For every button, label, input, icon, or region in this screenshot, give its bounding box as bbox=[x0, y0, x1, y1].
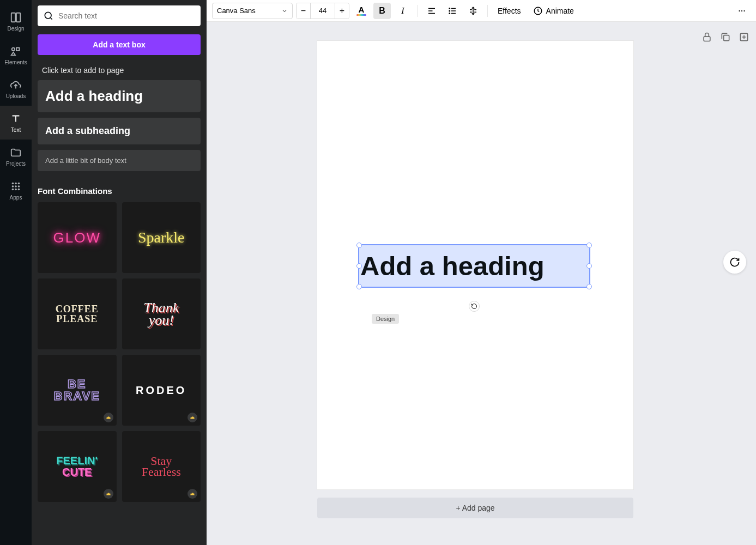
text-element-content[interactable]: Add a heading bbox=[359, 253, 546, 280]
resize-handle-bl[interactable] bbox=[356, 284, 362, 289]
svg-point-6 bbox=[18, 182, 20, 184]
combo-feelin[interactable]: FEELIN'CUTE bbox=[38, 431, 117, 502]
svg-rect-0 bbox=[11, 13, 15, 22]
elements-icon bbox=[10, 45, 22, 57]
combo-feelin-text: FEELIN'CUTE bbox=[56, 455, 98, 478]
nav-text[interactable]: Text bbox=[0, 106, 32, 140]
combo-rodeo[interactable]: RODEO bbox=[122, 355, 201, 426]
combo-coffee[interactable]: COFFEEPLEASE bbox=[38, 278, 117, 349]
svg-point-10 bbox=[12, 188, 14, 190]
svg-point-16 bbox=[449, 13, 450, 14]
add-subheading-option[interactable]: Add a subheading bbox=[38, 118, 201, 144]
svg-point-12 bbox=[18, 188, 20, 190]
nav-elements[interactable]: Elements bbox=[0, 38, 32, 72]
lock-icon[interactable] bbox=[701, 32, 712, 43]
search-icon bbox=[43, 10, 54, 21]
list-button[interactable] bbox=[444, 3, 461, 19]
crown-icon bbox=[104, 489, 113, 499]
alignment-button[interactable] bbox=[423, 3, 440, 19]
svg-point-8 bbox=[15, 185, 17, 187]
crown-icon bbox=[188, 413, 197, 422]
combo-fearless[interactable]: StayFearless bbox=[122, 431, 201, 502]
svg-point-5 bbox=[15, 182, 17, 184]
animate-button[interactable]: Animate bbox=[529, 3, 578, 19]
selected-text-element[interactable]: Add a heading bbox=[358, 244, 590, 288]
combo-glow-text: GLOW bbox=[53, 229, 101, 246]
font-size-decrease[interactable]: − bbox=[297, 3, 311, 19]
svg-point-2 bbox=[12, 47, 15, 51]
resize-handle-mr[interactable] bbox=[586, 263, 592, 269]
nav-apps[interactable]: Apps bbox=[0, 173, 32, 207]
svg-point-19 bbox=[741, 10, 742, 11]
projects-icon bbox=[10, 147, 22, 159]
font-family-select[interactable]: Canva Sans bbox=[212, 3, 293, 19]
text-side-panel: Add a text box Click text to add to page… bbox=[32, 0, 207, 545]
resize-handle-tr[interactable] bbox=[586, 243, 592, 248]
crown-icon bbox=[104, 413, 113, 422]
svg-rect-21 bbox=[704, 37, 710, 41]
svg-point-7 bbox=[12, 185, 14, 187]
spacing-button[interactable] bbox=[464, 3, 482, 19]
svg-point-11 bbox=[15, 188, 17, 190]
resize-handle-ml[interactable] bbox=[356, 263, 362, 269]
canvas-page[interactable]: Add a heading Design bbox=[317, 41, 633, 489]
nav-projects[interactable]: Projects bbox=[0, 140, 32, 173]
nav-rail: Design Elements Uploads Text Projects Ap… bbox=[0, 0, 32, 545]
combo-thankyou-text: Thankyou! bbox=[143, 301, 179, 327]
combo-glow[interactable]: GLOW bbox=[38, 202, 117, 273]
svg-point-15 bbox=[449, 10, 450, 11]
uploads-icon bbox=[10, 79, 22, 91]
svg-point-13 bbox=[45, 12, 51, 19]
svg-rect-22 bbox=[724, 35, 729, 41]
toolbar-divider bbox=[417, 5, 418, 17]
combo-brave[interactable]: BEBRAVE bbox=[38, 355, 117, 426]
design-icon bbox=[10, 11, 22, 23]
duplicate-page-icon[interactable] bbox=[720, 32, 731, 43]
add-page-button[interactable]: + Add page bbox=[317, 498, 633, 518]
animate-icon bbox=[533, 6, 543, 16]
click-instruction: Click text to add to page bbox=[38, 66, 201, 75]
page-actions bbox=[701, 32, 749, 43]
rainbow-underline bbox=[356, 14, 366, 16]
nav-design[interactable]: Design bbox=[0, 4, 32, 38]
nav-projects-label: Projects bbox=[6, 161, 26, 167]
combo-thankyou[interactable]: Thankyou! bbox=[122, 278, 201, 349]
combo-sparkle-text: Sparkle bbox=[138, 229, 185, 246]
nav-text-label: Text bbox=[11, 127, 21, 133]
font-size-input[interactable] bbox=[311, 7, 335, 15]
resize-handle-br[interactable] bbox=[586, 284, 592, 289]
search-input[interactable] bbox=[58, 11, 195, 20]
font-size-group: − + bbox=[296, 3, 349, 19]
add-body-text-option[interactable]: Add a little bit of body text bbox=[38, 150, 201, 171]
add-text-box-button[interactable]: Add a text box bbox=[38, 34, 201, 55]
nav-design-label: Design bbox=[7, 26, 24, 32]
nav-uploads[interactable]: Uploads bbox=[0, 72, 32, 106]
rotate-handle[interactable] bbox=[469, 301, 480, 312]
font-combinations-title: Font Combinations bbox=[38, 186, 201, 196]
nav-apps-label: Apps bbox=[10, 195, 22, 201]
more-options-button[interactable] bbox=[733, 3, 751, 19]
font-size-increase[interactable]: + bbox=[335, 3, 349, 19]
font-color-letter: A bbox=[359, 5, 365, 14]
svg-point-20 bbox=[743, 10, 745, 11]
nav-uploads-label: Uploads bbox=[6, 93, 26, 99]
chevron-down-icon bbox=[281, 8, 288, 14]
effects-button[interactable]: Effects bbox=[493, 3, 525, 19]
toolbar-divider bbox=[487, 5, 488, 17]
add-page-icon[interactable] bbox=[739, 32, 749, 43]
svg-point-9 bbox=[18, 185, 20, 187]
svg-rect-1 bbox=[16, 13, 20, 22]
combo-sparkle[interactable]: Sparkle bbox=[122, 202, 201, 273]
bold-button[interactable]: B bbox=[373, 3, 391, 19]
resize-handle-tl[interactable] bbox=[356, 243, 362, 248]
nav-elements-label: Elements bbox=[4, 59, 27, 65]
regenerate-button[interactable] bbox=[723, 251, 746, 274]
font-family-value: Canva Sans bbox=[217, 7, 256, 15]
canvas-area[interactable]: Add a heading Design + Add page bbox=[207, 22, 756, 545]
italic-button[interactable]: I bbox=[394, 3, 412, 19]
font-color-button[interactable]: A bbox=[353, 3, 370, 19]
search-container bbox=[38, 5, 201, 26]
add-heading-option[interactable]: Add a heading bbox=[38, 80, 201, 112]
animate-label: Animate bbox=[546, 7, 574, 15]
combo-fearless-text: StayFearless bbox=[142, 456, 181, 477]
